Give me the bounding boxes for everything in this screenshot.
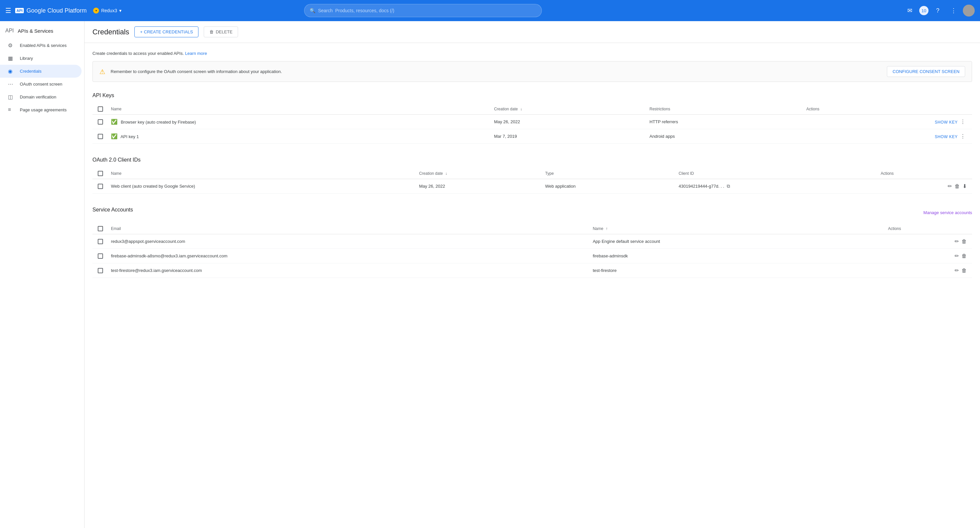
api-keys-col-date[interactable]: Creation date ↓ <box>489 104 644 115</box>
sidebar-title: APIs & Services <box>18 28 54 34</box>
manage-service-accounts-link[interactable]: Manage service accounts <box>924 210 972 215</box>
project-dot: ✦ <box>93 8 99 14</box>
sa-actions-cell: ✏ 🗑 <box>883 234 972 249</box>
learn-more-link[interactable]: Learn more <box>185 51 207 56</box>
sa-col-name[interactable]: Name ↑ <box>587 223 883 234</box>
oauth-col-actions: Actions <box>875 168 972 179</box>
credentials-icon: ◉ <box>8 68 14 74</box>
sidebar: API APIs & Services ⚙ Enabled APIs & ser… <box>0 21 84 528</box>
page-title: Credentials <box>92 28 129 36</box>
status-icon: ✅ <box>111 119 118 124</box>
logo-text: Google Cloud Platform <box>26 7 86 14</box>
top-navigation: ☰ API Google Cloud Platform ✦ Redux3 ▾ 🔍… <box>0 0 980 21</box>
oauth-icon: ⋯ <box>8 81 14 87</box>
api-badge: API <box>15 8 24 13</box>
oauth-clients-table: Name Creation date ↓ Type Client ID Acti… <box>92 168 972 194</box>
row-checkbox[interactable] <box>98 239 103 244</box>
edit-icon[interactable]: ✏ <box>955 267 959 274</box>
api-keys-title: API Keys <box>92 93 972 99</box>
sa-name-cell: App Engine default service account <box>587 234 883 249</box>
api-keys-col-name: Name <box>106 104 489 115</box>
app-logo: API Google Cloud Platform <box>15 7 86 14</box>
row-checkbox-cell <box>92 234 106 249</box>
search-icon: 🔍 <box>310 8 315 13</box>
warning-banner: ⚠ Remember to configure the OAuth consen… <box>92 61 972 82</box>
sa-email-cell: redux3@appspot.gserviceaccount.com <box>106 234 587 249</box>
menu-icon[interactable]: ☰ <box>5 6 11 14</box>
page-usage-icon: ≡ <box>8 107 14 113</box>
delete-icon[interactable]: 🗑 <box>961 239 967 244</box>
help-icon[interactable]: ? <box>931 4 944 17</box>
sa-actions-cell: ✏ 🗑 <box>883 249 972 263</box>
show-key-link[interactable]: SHOW KEY <box>935 120 958 124</box>
sa-actions-cell: ✏ 🗑 <box>883 263 972 278</box>
copy-icon[interactable]: ⧉ <box>727 183 730 189</box>
download-icon[interactable]: ⬇ <box>963 183 967 189</box>
row-checkbox[interactable] <box>98 268 103 273</box>
library-icon: ▦ <box>8 55 14 61</box>
row-checkbox[interactable] <box>98 119 103 124</box>
edit-icon[interactable]: ✏ <box>955 253 959 259</box>
edit-icon[interactable]: ✏ <box>955 238 959 244</box>
sort-icon: ↑ <box>606 227 608 231</box>
delete-icon[interactable]: 🗑 <box>961 268 967 274</box>
notification-badge[interactable]: 10 <box>919 6 929 15</box>
sidebar-api-icon: API <box>5 28 14 34</box>
configure-consent-button[interactable]: CONFIGURE CONSENT SCREEN <box>887 66 965 77</box>
row-checkbox[interactable] <box>98 134 103 139</box>
api-key-actions-cell: SHOW KEY ⋮ <box>801 115 972 129</box>
sidebar-item-page-usage[interactable]: ≡ Page usage agreements <box>0 104 81 116</box>
notifications-icon[interactable]: ✉ <box>904 4 916 17</box>
sidebar-item-enabled[interactable]: ⚙ Enabled APIs & services <box>0 39 81 52</box>
row-checkbox-cell <box>92 263 106 278</box>
more-options-icon[interactable]: ⋮ <box>947 4 960 17</box>
select-all-checkbox[interactable] <box>98 171 103 176</box>
table-row: ✅ Browser key (auto created by Firebase)… <box>92 115 972 129</box>
row-checkbox-cell <box>92 179 106 194</box>
api-key-date-cell: Mar 7, 2019 <box>489 129 644 144</box>
oauth-col-date[interactable]: Creation date ↓ <box>414 168 540 179</box>
table-row: redux3@appspot.gserviceaccount.com App E… <box>92 234 972 249</box>
sidebar-item-label: Library <box>20 56 33 61</box>
row-checkbox[interactable] <box>98 254 103 259</box>
sidebar-item-label: Page usage agreements <box>20 107 67 112</box>
api-key-name-cell: ✅ Browser key (auto created by Firebase) <box>106 115 489 129</box>
sa-header-checkbox <box>92 223 106 234</box>
sidebar-item-label: Enabled APIs & services <box>20 43 67 48</box>
sidebar-item-domain[interactable]: ◫ Domain verification <box>0 91 81 104</box>
row-checkbox[interactable] <box>98 184 103 189</box>
select-all-checkbox[interactable] <box>98 226 103 231</box>
search-bar[interactable]: 🔍 <box>304 4 542 17</box>
table-row: ✅ API key 1 Mar 7, 2019 Android apps SHO… <box>92 129 972 144</box>
project-selector[interactable]: ✦ Redux3 ▾ <box>93 8 121 14</box>
app-layout: API APIs & Services ⚙ Enabled APIs & ser… <box>0 21 980 528</box>
edit-icon[interactable]: ✏ <box>948 183 952 189</box>
more-options-icon[interactable]: ⋮ <box>959 118 967 126</box>
create-credentials-button[interactable]: + CREATE CREDENTIALS <box>134 26 199 37</box>
sidebar-item-label: Domain verification <box>20 94 56 99</box>
enabled-icon: ⚙ <box>8 42 14 49</box>
api-keys-section: API Keys Name Creation date <box>92 93 972 144</box>
show-key-link[interactable]: SHOW KEY <box>935 134 958 139</box>
sa-name-cell: test-firestore <box>587 263 883 278</box>
delete-icon[interactable]: 🗑 <box>961 253 967 259</box>
sidebar-header: API APIs & Services <box>0 24 84 39</box>
delete-label: DELETE <box>216 29 232 34</box>
delete-button[interactable]: 🗑 DELETE <box>204 26 238 37</box>
sidebar-item-credentials[interactable]: ◉ Credentials <box>0 65 81 78</box>
oauth-header-checkbox <box>92 168 106 179</box>
more-options-icon[interactable]: ⋮ <box>959 132 967 140</box>
avatar[interactable] <box>963 5 975 16</box>
api-keys-header-checkbox <box>92 104 106 115</box>
oauth-clientid-cell: 430194219444-g77d. . . ⧉ <box>673 179 875 194</box>
api-key-date-cell: May 26, 2022 <box>489 115 644 129</box>
table-row: Web client (auto created by Google Servi… <box>92 179 972 194</box>
delete-icon[interactable]: 🗑 <box>955 183 960 189</box>
sidebar-item-label: Credentials <box>20 69 41 74</box>
select-all-checkbox[interactable] <box>98 106 103 112</box>
status-icon: ✅ <box>111 134 118 139</box>
search-input[interactable] <box>318 8 536 13</box>
sidebar-item-oauth[interactable]: ⋯ OAuth consent screen <box>0 78 81 91</box>
sidebar-item-library[interactable]: ▦ Library <box>0 52 81 65</box>
page-header: Credentials + CREATE CREDENTIALS 🗑 DELET… <box>84 21 980 43</box>
